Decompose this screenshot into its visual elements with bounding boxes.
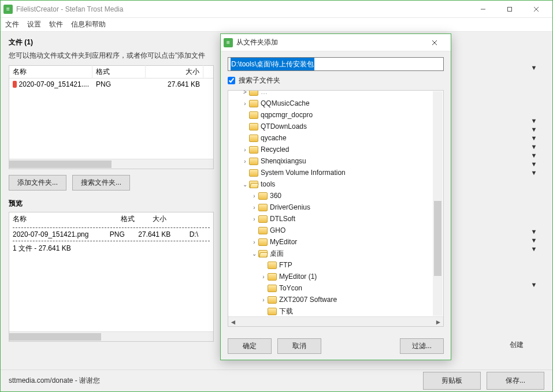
chevron-down-icon[interactable]: ▼ bbox=[528, 135, 540, 141]
tree-item[interactable]: ›DriverGenius bbox=[228, 201, 443, 213]
tree-item[interactable]: ›MyEditor (1) bbox=[228, 271, 443, 282]
expander-icon[interactable]: › bbox=[241, 158, 249, 165]
menu-software[interactable]: 软件 bbox=[49, 20, 63, 29]
expander-icon[interactable]: › bbox=[259, 274, 268, 280]
tree-item[interactable]: ›MyEditor bbox=[228, 236, 443, 248]
folder-icon bbox=[249, 135, 258, 142]
add-folder-button[interactable]: 添加文件夹... bbox=[9, 175, 66, 191]
tree-item[interactable]: qycache bbox=[228, 132, 443, 144]
folder-icon bbox=[249, 123, 258, 130]
tree-item[interactable]: ›QQMusicCache bbox=[228, 98, 443, 109]
ok-button[interactable]: 确定 bbox=[228, 338, 272, 354]
app-icon: ≡ bbox=[224, 38, 233, 47]
tree-item[interactable]: ToYcon bbox=[228, 282, 443, 294]
folder-icon bbox=[258, 227, 268, 234]
file-name: 2020-07-09_151421.... bbox=[19, 80, 89, 88]
expander-icon[interactable]: › bbox=[241, 147, 249, 153]
table-row[interactable]: 2020-07-09_151421....PNG27.641 KB bbox=[9, 79, 213, 90]
save-button[interactable]: 保存... bbox=[487, 372, 544, 390]
chevron-down-icon[interactable]: ▼ bbox=[528, 64, 540, 71]
file-format: PNG bbox=[92, 79, 146, 89]
chevron-down-icon[interactable]: ▼ bbox=[528, 126, 540, 133]
tree-item[interactable]: ›360 bbox=[228, 190, 443, 201]
tree-item[interactable]: ›ZXT2007 Software bbox=[228, 294, 443, 305]
preview-summary: 1 文件 - 27.641 KB bbox=[9, 242, 213, 255]
expander-icon[interactable]: ⌄ bbox=[241, 181, 249, 188]
search-subfolders-input[interactable] bbox=[228, 77, 235, 84]
folder-icon bbox=[249, 181, 258, 188]
chevron-down-icon[interactable]: ▼ bbox=[528, 228, 540, 235]
tree-item-label: tools bbox=[261, 180, 275, 188]
expander-icon[interactable]: › bbox=[250, 239, 258, 245]
minimize-button[interactable] bbox=[470, 1, 496, 18]
tree-item[interactable]: QTDownLoads bbox=[228, 121, 443, 132]
tree-item[interactable]: ›DTLSoft bbox=[228, 213, 443, 225]
expander-icon[interactable]: › bbox=[250, 216, 258, 222]
donate-link[interactable]: sttmedia.com/donate - 谢谢您 bbox=[9, 376, 100, 386]
chevron-down-icon[interactable]: ▼ bbox=[528, 237, 540, 244]
file-table-hscroll[interactable] bbox=[9, 159, 213, 169]
tree-vscroll[interactable] bbox=[433, 91, 443, 316]
search-subfolders-checkbox[interactable]: 搜索子文件夹 bbox=[228, 76, 444, 85]
tree-item-label: GHO bbox=[270, 226, 285, 234]
tree-item[interactable]: qqpcmgr_docpro bbox=[228, 109, 443, 121]
folder-icon bbox=[268, 296, 277, 304]
preview-row: 2020-07-09_151421.pngPNG27.641 KBD:\ bbox=[9, 229, 213, 240]
menu-help[interactable]: 信息和帮助 bbox=[71, 20, 106, 29]
tree-item[interactable]: FTP bbox=[228, 259, 443, 271]
right-collapse-panel: ▼ ▼▼▼▼▼▼▼ ▼▼▼ ▼ bbox=[524, 64, 544, 288]
folder-icon bbox=[268, 273, 277, 281]
expander-icon[interactable]: › bbox=[241, 100, 249, 107]
preview-hscroll[interactable] bbox=[9, 331, 213, 341]
dialog-close-button[interactable] bbox=[421, 34, 448, 51]
chevron-down-icon[interactable]: ▼ bbox=[528, 152, 540, 159]
tree-item-label: qycache bbox=[261, 134, 287, 142]
tree-item[interactable]: 下载 bbox=[228, 305, 443, 316]
tree-item[interactable]: System Volume Information bbox=[228, 167, 443, 178]
col-name[interactable]: 名称 bbox=[9, 65, 92, 79]
path-input[interactable]: D:\tools\桌面\待上传安装包 bbox=[228, 57, 444, 71]
tree-item-label: QTDownLoads bbox=[261, 122, 307, 130]
search-folder-button[interactable]: 搜索文件夹... bbox=[72, 175, 130, 191]
expander-icon[interactable]: › bbox=[250, 204, 258, 211]
tree-hscroll[interactable]: ◄► bbox=[228, 316, 443, 326]
expander-icon[interactable]: > bbox=[241, 91, 249, 95]
tree-item-label: qqpcmgr_docpro bbox=[261, 111, 313, 119]
expander-icon[interactable]: › bbox=[259, 297, 268, 303]
cancel-button[interactable]: 取消 bbox=[277, 338, 321, 354]
chevron-down-icon[interactable]: ▼ bbox=[528, 143, 540, 150]
tree-item[interactable]: >… bbox=[228, 91, 443, 98]
pv-col-size: 大小 bbox=[153, 214, 210, 224]
col-size[interactable]: 大小 bbox=[146, 65, 203, 79]
tree-item-label: Shenqixiangsu bbox=[261, 157, 306, 165]
chevron-down-icon[interactable]: ▼ bbox=[528, 169, 540, 176]
tree-item[interactable]: ›Recycled bbox=[228, 144, 443, 155]
menu-settings[interactable]: 设置 bbox=[27, 20, 41, 29]
tree-item[interactable]: GHO bbox=[228, 225, 443, 236]
chevron-down-icon[interactable]: ▼ bbox=[528, 281, 540, 288]
tree-item-label: MyEditor (1) bbox=[279, 272, 317, 281]
close-button[interactable] bbox=[523, 1, 550, 18]
path-input-value: D:\tools\桌面\待上传安装包 bbox=[231, 58, 314, 70]
maximize-button[interactable] bbox=[496, 1, 523, 18]
tree-item[interactable]: ⌄桌面 bbox=[228, 248, 443, 259]
menu-file[interactable]: 文件 bbox=[5, 20, 19, 29]
titlebar: ≡ FilelistCreator - Stefan Trost Media bbox=[1, 1, 552, 18]
tree-item[interactable]: ⌄tools bbox=[228, 178, 443, 190]
pv-col-format: 格式 bbox=[121, 214, 153, 224]
folder-icon bbox=[258, 238, 268, 246]
filter-button[interactable]: 过滤... bbox=[400, 338, 444, 354]
expander-icon[interactable]: › bbox=[250, 193, 258, 199]
create-label: 创建 bbox=[510, 340, 524, 350]
chevron-down-icon[interactable]: ▼ bbox=[528, 160, 540, 167]
pv-col-name: 名称 bbox=[13, 214, 121, 224]
col-format[interactable]: 格式 bbox=[92, 65, 146, 79]
tree-item[interactable]: ›Shenqixiangsu bbox=[228, 155, 443, 167]
folder-icon bbox=[268, 262, 277, 269]
chevron-down-icon[interactable]: ▼ bbox=[528, 117, 540, 124]
chevron-down-icon[interactable]: ▼ bbox=[528, 245, 540, 252]
expander-icon[interactable]: ⌄ bbox=[250, 251, 258, 257]
clipboard-button[interactable]: 剪贴板 bbox=[423, 372, 481, 390]
file-size: 27.641 KB bbox=[146, 79, 203, 89]
folder-icon bbox=[258, 204, 268, 211]
